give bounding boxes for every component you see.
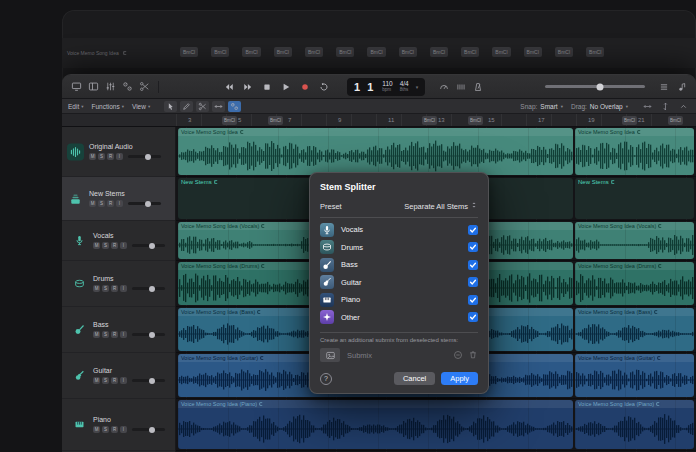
track-volume-slider[interactable] bbox=[132, 287, 165, 290]
background-region-chip[interactable]: BmCl bbox=[399, 47, 417, 57]
region-piano[interactable]: Voice Memo Song Idea (Piano) bbox=[178, 400, 573, 449]
snap-control[interactable]: Snap: Smart ▾ bbox=[520, 103, 563, 110]
track-s-button[interactable]: S bbox=[102, 285, 109, 292]
region-guitar[interactable]: Voice Memo Song Idea (Guitar) bbox=[575, 354, 694, 397]
track-header-bass[interactable]: BassMSRI bbox=[62, 307, 175, 353]
cancel-button[interactable]: Cancel bbox=[394, 372, 435, 385]
region-piano[interactable]: Voice Memo Song Idea (Piano) bbox=[575, 400, 694, 449]
mixer-icon[interactable] bbox=[103, 80, 117, 94]
background-region-chip[interactable]: BmCl bbox=[586, 47, 604, 57]
region-original-audio[interactable]: Voice Memo Song Idea bbox=[178, 128, 573, 175]
collapse-icon[interactable] bbox=[676, 99, 690, 113]
track-r-button[interactable]: R bbox=[111, 331, 118, 338]
stem-checkbox[interactable] bbox=[468, 312, 478, 322]
stem-checkbox[interactable] bbox=[468, 225, 478, 235]
track-m-button[interactable]: M bbox=[93, 242, 100, 249]
vertical-zoom-icon[interactable] bbox=[658, 99, 672, 113]
background-region-chip[interactable]: BmCl bbox=[274, 47, 292, 57]
track-s-button[interactable]: S bbox=[102, 377, 109, 384]
volume-knob[interactable] bbox=[597, 83, 604, 90]
apply-button[interactable]: Apply bbox=[441, 372, 478, 385]
track-m-button[interactable]: M bbox=[93, 377, 100, 384]
zoom-tool-button[interactable] bbox=[212, 101, 225, 112]
metronome-icon[interactable] bbox=[471, 80, 485, 94]
region-drums[interactable]: Voice Memo Song Idea (Drums) bbox=[575, 262, 694, 305]
track-volume-slider[interactable] bbox=[128, 202, 161, 205]
track-r-button[interactable]: R bbox=[111, 426, 118, 433]
count-in-icon[interactable] bbox=[454, 80, 468, 94]
track-header-original-audio[interactable]: Original AudioMSRI bbox=[62, 127, 175, 177]
track-header-guitar[interactable]: GuitarMSRI bbox=[62, 353, 175, 399]
tuner-icon[interactable] bbox=[437, 80, 451, 94]
region-original-audio[interactable]: Voice Memo Song Idea bbox=[575, 128, 694, 175]
editors-icon[interactable] bbox=[137, 80, 151, 94]
edit-menu[interactable]: Edit▾ bbox=[68, 103, 83, 110]
forward-button[interactable] bbox=[241, 80, 255, 94]
track-header-vocals[interactable]: VocalsMSRI bbox=[62, 221, 175, 261]
list-view-icon[interactable] bbox=[657, 80, 671, 94]
track-m-button[interactable]: M bbox=[89, 200, 96, 207]
background-region-chip[interactable]: BmCl bbox=[430, 47, 448, 57]
drag-control[interactable]: Drag: No Overlap ▾ bbox=[571, 103, 628, 110]
timeline-ruler[interactable]: 3579111315171921BmClBmClBmClBmClBmClBmCl bbox=[62, 114, 696, 127]
track-s-button[interactable]: S bbox=[102, 331, 109, 338]
master-volume-slider[interactable] bbox=[545, 80, 645, 94]
track-i-button[interactable]: I bbox=[120, 426, 127, 433]
track-i-button[interactable]: I bbox=[120, 285, 127, 292]
stem-checkbox[interactable] bbox=[468, 277, 478, 287]
ruler-marker-chip[interactable]: BmCl bbox=[268, 116, 283, 125]
ruler-marker-chip[interactable]: BmCl bbox=[468, 116, 483, 125]
background-region-chip[interactable]: BmCl bbox=[180, 47, 198, 57]
region-new-stems[interactable]: New Stems bbox=[575, 178, 694, 219]
track-m-button[interactable]: M bbox=[93, 426, 100, 433]
region-vocals[interactable]: Voice Memo Song Idea (Vocals) bbox=[575, 222, 694, 259]
cycle-button[interactable] bbox=[317, 80, 331, 94]
background-region-chip[interactable]: BmCl bbox=[555, 47, 573, 57]
background-region-chip[interactable]: BmCl bbox=[336, 47, 354, 57]
background-region-chip[interactable]: BmCl bbox=[211, 47, 229, 57]
horizontal-zoom-icon[interactable] bbox=[640, 99, 654, 113]
track-s-button[interactable]: S bbox=[98, 200, 105, 207]
track-s-button[interactable]: S bbox=[98, 153, 105, 160]
track-i-button[interactable]: I bbox=[120, 377, 127, 384]
track-s-button[interactable]: S bbox=[102, 242, 109, 249]
track-m-button[interactable]: M bbox=[93, 331, 100, 338]
track-header-piano[interactable]: PianoMSRI bbox=[62, 399, 175, 451]
stop-button[interactable] bbox=[260, 80, 274, 94]
functions-menu[interactable]: Functions▾ bbox=[91, 103, 123, 110]
region-bass[interactable]: Voice Memo Song Idea (Bass) bbox=[575, 308, 694, 351]
track-r-button[interactable]: R bbox=[111, 285, 118, 292]
background-region-chip[interactable]: BmCl bbox=[305, 47, 323, 57]
track-i-button[interactable]: I bbox=[116, 153, 123, 160]
track-volume-slider[interactable] bbox=[132, 379, 165, 382]
notes-icon[interactable] bbox=[675, 80, 689, 94]
play-button[interactable] bbox=[279, 80, 293, 94]
lcd-display[interactable]: 1 1 110 bpm 4/4 8ths ▾ bbox=[347, 78, 425, 96]
rewind-button[interactable] bbox=[222, 80, 236, 94]
stem-checkbox[interactable] bbox=[468, 242, 478, 252]
background-region-chip[interactable]: BmCl bbox=[461, 47, 479, 57]
inspector-icon[interactable] bbox=[86, 80, 100, 94]
background-region-chip[interactable]: BmCl bbox=[367, 47, 385, 57]
track-r-button[interactable]: R bbox=[111, 242, 118, 249]
track-m-button[interactable]: M bbox=[93, 285, 100, 292]
track-volume-slider[interactable] bbox=[132, 333, 165, 336]
trash-icon[interactable] bbox=[468, 346, 478, 364]
stem-checkbox[interactable] bbox=[468, 260, 478, 270]
ruler-marker-chip[interactable]: BmCl bbox=[222, 116, 237, 125]
scissors-tool-button[interactable] bbox=[196, 101, 209, 112]
ruler-marker-chip[interactable]: BmCl bbox=[668, 116, 683, 125]
track-i-button[interactable]: I bbox=[120, 242, 127, 249]
smart-controls-icon[interactable] bbox=[120, 80, 134, 94]
track-header-new-stems[interactable]: New StemsMSRI bbox=[62, 177, 175, 221]
ruler-marker-chip[interactable]: BmCl bbox=[622, 116, 637, 125]
record-button[interactable] bbox=[298, 80, 312, 94]
background-region-chip[interactable]: BmCl bbox=[242, 47, 260, 57]
view-menu[interactable]: View▾ bbox=[132, 103, 150, 110]
track-volume-slider[interactable] bbox=[132, 244, 165, 247]
track-r-button[interactable]: R bbox=[107, 200, 114, 207]
automation-toggle-button[interactable] bbox=[228, 101, 241, 112]
track-volume-slider[interactable] bbox=[128, 155, 161, 158]
track-r-button[interactable]: R bbox=[111, 377, 118, 384]
stem-checkbox[interactable] bbox=[468, 295, 478, 305]
